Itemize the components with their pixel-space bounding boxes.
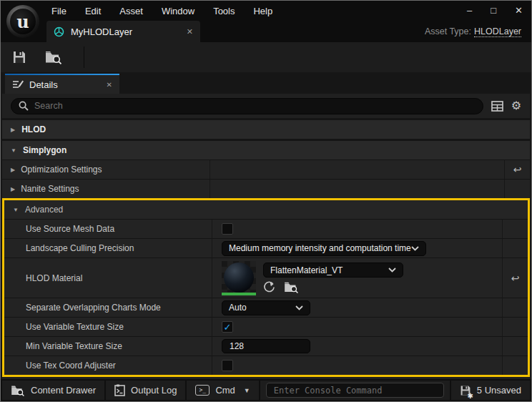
chevron-down-icon bbox=[295, 305, 303, 310]
title-bar: u File Edit Asset Window Tools Help – □ … bbox=[1, 1, 531, 42]
use-source-mesh-data-checkbox[interactable] bbox=[222, 223, 233, 235]
details-panel: Details ✕ ⚙ ▶ HLOD bbox=[1, 72, 531, 379]
menu-asset[interactable]: Asset bbox=[110, 6, 152, 16]
asset-tab-label: MyHLODLayer bbox=[71, 26, 180, 37]
use-selected-asset-icon[interactable] bbox=[263, 281, 275, 293]
search-box[interactable] bbox=[11, 98, 483, 114]
unreal-engine-logo-icon: u bbox=[6, 5, 39, 38]
save-asset-button[interactable] bbox=[12, 50, 26, 64]
row-separate-overlapping-charts-mode: Separate Overlapping Charts Mode Auto bbox=[4, 298, 528, 317]
window-controls: – □ ✕ bbox=[467, 2, 523, 19]
use-variable-texture-size-checkbox[interactable]: ✓ bbox=[222, 321, 233, 333]
search-input[interactable] bbox=[34, 101, 476, 111]
row-hlod-material: HLOD Material FlattenMaterial_VT bbox=[4, 258, 528, 298]
expander-arrow-icon[interactable]: ▼ bbox=[11, 147, 16, 154]
toolbar-divider bbox=[84, 46, 84, 68]
asset-tab-close-icon[interactable]: ✕ bbox=[187, 27, 193, 36]
menu-window[interactable]: Window bbox=[152, 6, 204, 16]
details-tab-close-icon[interactable]: ✕ bbox=[107, 81, 112, 89]
output-log-button[interactable]: Output Log bbox=[106, 381, 185, 400]
menu-bar: File Edit Asset Window Tools Help bbox=[42, 1, 282, 21]
chevron-down-icon bbox=[411, 246, 419, 251]
category-advanced[interactable]: ▼ Advanced bbox=[4, 200, 528, 219]
row-use-source-mesh-data: Use Source Mesh Data bbox=[4, 220, 528, 238]
browse-to-asset-icon[interactable] bbox=[284, 281, 299, 293]
asset-toolbar bbox=[1, 42, 531, 72]
reset-to-default-icon[interactable]: ↩ bbox=[504, 160, 530, 179]
unsaved-floppy-icon: ✱ bbox=[460, 385, 471, 396]
console-command-input[interactable] bbox=[266, 383, 444, 398]
expander-arrow-icon[interactable]: ▶ bbox=[11, 186, 15, 192]
menu-tools[interactable]: Tools bbox=[204, 6, 244, 16]
row-optimization-settings[interactable]: ▶ Optimization Settings ↩ bbox=[2, 160, 530, 179]
unsaved-changes-button[interactable]: ✱ 5 Unsaved bbox=[451, 381, 530, 400]
row-nanite-settings[interactable]: ▶ Nanite Settings bbox=[2, 180, 530, 198]
details-tab-label: Details bbox=[29, 79, 101, 90]
expander-arrow-icon[interactable]: ▼ bbox=[13, 207, 19, 213]
unsaved-star-icon: ✱ bbox=[467, 392, 473, 400]
console-command-area bbox=[260, 381, 450, 400]
details-tab[interactable]: Details ✕ bbox=[5, 74, 119, 94]
row-use-variable-texture-size: Use Variable Texture Size ✓ bbox=[4, 318, 528, 336]
row-use-tex-coord-adjuster: Use Tex Coord Adjuster bbox=[4, 356, 528, 375]
row-landscape-culling-precision: Landscape Culling Precision Medium memor… bbox=[4, 239, 528, 258]
chevron-down-icon: ▼ bbox=[244, 387, 250, 394]
settings-gear-icon[interactable]: ⚙ bbox=[511, 100, 521, 112]
material-preview-sphere bbox=[224, 263, 254, 293]
minimize-button[interactable]: – bbox=[467, 2, 472, 19]
checkmark-icon: ✓ bbox=[224, 323, 232, 332]
details-body: ⚙ ▶ HLOD ▼ Simplygon ▶ Optimization Sett… bbox=[2, 94, 530, 379]
browse-to-asset-button[interactable] bbox=[45, 50, 62, 64]
close-button[interactable]: ✕ bbox=[515, 2, 523, 19]
row-min-variable-texture-size: Min Variable Texture Size bbox=[4, 337, 528, 356]
min-variable-texture-size-input[interactable] bbox=[222, 339, 310, 353]
content-drawer-button[interactable]: Content Drawer bbox=[2, 381, 104, 400]
reset-to-default-icon[interactable]: ↩ bbox=[502, 258, 528, 298]
landscape-culling-precision-dropdown[interactable]: Medium memory intensity and computation … bbox=[222, 241, 426, 256]
asset-type-link[interactable]: HLODLayer bbox=[474, 26, 521, 37]
category-hlod[interactable]: ▶ HLOD bbox=[2, 120, 530, 139]
details-tab-icon bbox=[12, 79, 24, 89]
category-simplygon[interactable]: ▼ Simplygon bbox=[2, 141, 530, 160]
expander-arrow-icon[interactable]: ▶ bbox=[11, 127, 15, 133]
cmd-selector[interactable]: >_ Cmd ▼ bbox=[187, 381, 258, 400]
menu-help[interactable]: Help bbox=[244, 6, 282, 16]
maximize-button[interactable]: □ bbox=[491, 2, 496, 19]
hlodlayer-asset-icon bbox=[54, 26, 64, 37]
use-tex-coord-adjuster-checkbox[interactable] bbox=[222, 360, 233, 371]
separate-overlapping-charts-mode-dropdown[interactable]: Auto bbox=[222, 300, 310, 315]
expander-arrow-icon[interactable]: ▶ bbox=[11, 167, 15, 173]
terminal-icon: >_ bbox=[195, 385, 210, 396]
menu-edit[interactable]: Edit bbox=[76, 6, 110, 16]
menu-file[interactable]: File bbox=[42, 6, 76, 16]
details-search-row: ⚙ bbox=[2, 94, 530, 118]
material-thumbnail[interactable] bbox=[222, 261, 256, 295]
search-icon bbox=[19, 101, 29, 111]
hlod-material-dropdown[interactable]: FlattenMaterial_VT bbox=[263, 263, 403, 278]
display-filter-icon[interactable] bbox=[491, 101, 503, 112]
output-log-icon bbox=[114, 384, 125, 396]
status-bar: Content Drawer Output Log >_ Cmd ▼ ✱ 5 U… bbox=[1, 379, 531, 401]
unreal-editor-window: u File Edit Asset Window Tools Help – □ … bbox=[0, 0, 532, 402]
material-type-color-bar bbox=[222, 293, 256, 295]
advanced-section-highlight: ▼ Advanced Use Source Mesh Data Landscap… bbox=[2, 198, 530, 377]
content-drawer-icon bbox=[11, 385, 25, 396]
asset-tab-myhlodlayer[interactable]: MyHLODLayer ✕ bbox=[46, 21, 200, 42]
chevron-down-icon bbox=[388, 268, 396, 273]
asset-type-text: Asset Type:HLODLayer bbox=[425, 26, 521, 36]
